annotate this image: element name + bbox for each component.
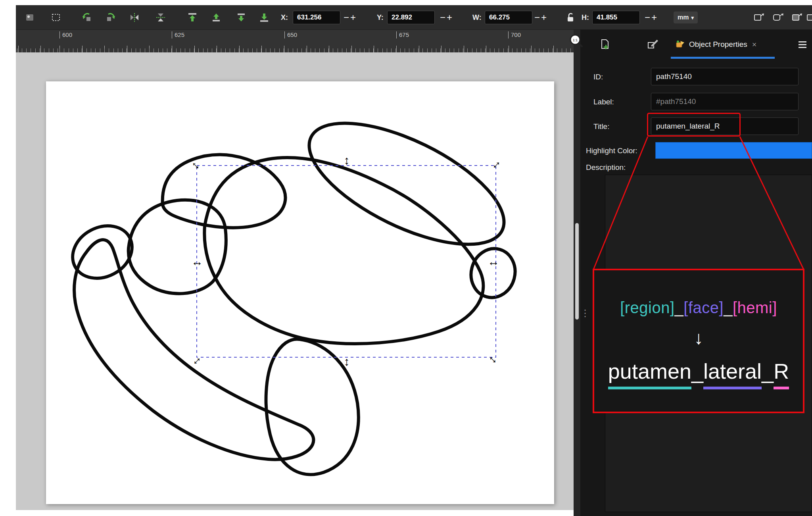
scrollbar-thumb[interactable] — [575, 223, 579, 320]
lower-to-bottom-icon[interactable] — [257, 11, 272, 24]
down-arrow-icon: ↓ — [694, 329, 703, 347]
resize-handle-w-icon[interactable]: ↔ — [190, 255, 204, 268]
rotate-ccw-icon[interactable] — [79, 11, 94, 24]
raise-icon — [211, 12, 222, 23]
list-icon — [798, 39, 808, 50]
page[interactable]: ↔ ↕ ↔ ↔ ↔ ↔ ↕ ↔ — [46, 81, 554, 504]
raise-icon[interactable] — [209, 11, 224, 24]
marquee-select-icon — [51, 12, 61, 23]
tab-object-properties-label: Object Properties — [689, 40, 747, 49]
lower-icon[interactable] — [234, 11, 249, 24]
rotate-ccw-icon — [81, 12, 92, 23]
naming-scheme-result: putamen_lateral_R — [608, 359, 789, 383]
description-label: Description: — [586, 163, 626, 172]
scheme-hemi: [hemi] — [733, 299, 777, 316]
lock-open-icon — [566, 12, 575, 23]
top-toolbar: X: 631.256 − + Y: 22.892 − + W: 66.275 −… — [16, 5, 812, 30]
id-input[interactable]: path75140 — [651, 68, 799, 85]
x-minus-button[interactable]: − — [344, 13, 349, 22]
scheme-separator: _ — [724, 299, 733, 316]
scale-gradient-toggle-icon[interactable] — [790, 11, 805, 24]
ruler-minor-ticks — [16, 48, 574, 52]
result-separator: _ — [691, 359, 703, 383]
resize-handle-s-icon[interactable]: ↕ — [340, 355, 353, 368]
chevron-down-icon: ▾ — [691, 15, 694, 21]
pencil-check-icon — [647, 39, 659, 50]
scale-corners-toggle-icon — [772, 12, 784, 23]
flip-horizontal-icon — [129, 12, 140, 23]
ruler-label: 600 — [60, 31, 72, 39]
horizontal-ruler: 600 625 650 675 700 1:1 — [16, 30, 574, 52]
y-plus-button[interactable]: + — [447, 13, 452, 22]
ruler-label: 675 — [396, 31, 409, 39]
id-label: ID: — [593, 73, 603, 81]
vertical-scrollbar[interactable] — [574, 30, 580, 516]
scheme-separator: _ — [675, 299, 684, 316]
highlight-color-swatch[interactable] — [655, 142, 812, 159]
y-field-label: Y: — [377, 5, 384, 30]
lower-icon — [236, 12, 247, 23]
scale-corners-toggle-icon[interactable] — [771, 11, 786, 24]
rotate-cw-icon[interactable] — [103, 11, 118, 24]
rotate-cw-icon — [105, 12, 116, 23]
brain-outline-drawing[interactable] — [46, 81, 554, 504]
x-plus-button[interactable]: + — [350, 13, 356, 22]
scale-pattern-toggle-icon[interactable] — [804, 11, 812, 24]
w-field[interactable]: 66.275 — [485, 11, 532, 24]
h-minus-button[interactable]: − — [645, 13, 650, 22]
active-tab-underline — [671, 57, 775, 59]
x-field-label: X: — [281, 5, 288, 30]
x-field[interactable]: 631.256 — [293, 11, 340, 24]
h-field[interactable]: 41.855 — [592, 11, 640, 24]
h-field-label: H: — [582, 5, 589, 30]
tab-object-properties[interactable]: Object Properties × — [675, 35, 756, 54]
tab-close-icon[interactable]: × — [751, 40, 757, 49]
scale-gradient-toggle-icon — [791, 12, 803, 23]
svg-text:1:1: 1:1 — [573, 38, 578, 42]
result-hemi: R — [774, 359, 789, 389]
tab-new-document[interactable] — [599, 35, 610, 54]
panel-tabbar: Object Properties × — [580, 30, 812, 60]
object-properties-icon — [675, 39, 685, 50]
naming-scheme-callout: [region]_[face]_[hemi] ↓ putamen_lateral… — [593, 269, 804, 413]
naming-scheme-pattern: [region]_[face]_[hemi] — [620, 299, 777, 317]
select-object-icon — [25, 12, 35, 23]
marquee-select-icon[interactable] — [48, 11, 63, 24]
canvas-viewport[interactable]: ↔ ↕ ↔ ↔ ↔ ↔ ↕ ↔ — [16, 52, 574, 510]
resize-handle-e-icon[interactable]: ↔ — [487, 255, 500, 268]
y-field[interactable]: 22.892 — [387, 11, 435, 24]
w-plus-button[interactable]: + — [541, 13, 547, 22]
title-label: Title: — [593, 122, 609, 131]
selection-bbox — [197, 166, 496, 357]
h-plus-button[interactable]: + — [651, 13, 657, 22]
zoom-tool-indicator[interactable]: 1:1 — [568, 33, 584, 49]
w-minus-button[interactable]: − — [534, 13, 540, 22]
select-object-icon[interactable] — [22, 11, 37, 24]
ruler-label: 650 — [284, 31, 297, 39]
ruler-label: 700 — [508, 31, 521, 39]
raise-to-top-icon — [187, 12, 198, 23]
label-input[interactable]: #path75140 — [651, 93, 799, 110]
lock-ratio-icon[interactable] — [564, 11, 577, 24]
highlight-color-label: Highlight Color: — [586, 146, 637, 155]
app-window: X: 631.256 − + Y: 22.892 − + W: 66.275 −… — [0, 0, 812, 516]
scheme-face: [face] — [683, 299, 724, 316]
raise-to-top-icon[interactable] — [185, 11, 200, 24]
tab-layers[interactable] — [798, 35, 808, 54]
ruler-label: 625 — [172, 31, 184, 39]
flip-vertical-icon[interactable] — [153, 11, 168, 24]
scale-stroke-toggle-icon[interactable] — [752, 11, 767, 24]
object-properties-panel: Object Properties × ID: path75140 Label:… — [580, 30, 812, 516]
scale-stroke-toggle-icon — [753, 12, 765, 23]
label-label: Label: — [593, 98, 614, 106]
tab-edit[interactable] — [647, 35, 659, 54]
magnifier-icon: 1:1 — [568, 33, 584, 49]
flip-horizontal-icon[interactable] — [127, 11, 142, 24]
y-minus-button[interactable]: − — [440, 13, 445, 22]
resize-handle-n-icon[interactable]: ↕ — [340, 154, 353, 167]
panel-resize-handle[interactable]: ⋮ — [580, 308, 590, 319]
lower-to-bottom-icon — [259, 12, 270, 23]
result-separator: _ — [762, 359, 774, 383]
flip-vertical-icon — [155, 12, 166, 23]
unit-dropdown[interactable]: mm ▾ — [674, 12, 698, 23]
